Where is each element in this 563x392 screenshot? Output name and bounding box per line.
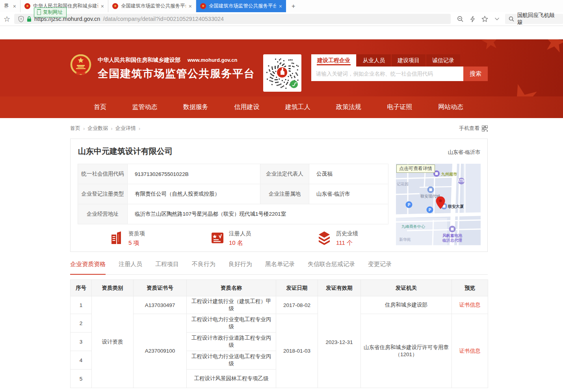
search-tab-personnel[interactable]: 从业人员 [357, 54, 391, 67]
close-icon[interactable] [101, 3, 104, 9]
field-label: 企业经营地址 [78, 204, 128, 224]
svg-text:ATM: ATM [457, 179, 466, 183]
main-nav: 首页 监管动态 数据服务 信用建设 建筑工人 政策法规 电子证照 网站动态 [0, 96, 563, 118]
browser-tab-bar: 界 ★ 中华人民共和国住房和城乡建设 ★ 全国建筑市场监管公共服务平台 ★ 全国… [0, 0, 563, 12]
lock-icon[interactable] [27, 16, 32, 22]
favorites-star-icon[interactable] [481, 16, 488, 22]
chevron-right-icon [139, 126, 140, 131]
stat-value: 5 项 [128, 239, 145, 247]
close-icon[interactable] [279, 3, 282, 9]
nav-item-data-service[interactable]: 数据服务 [183, 103, 208, 111]
field-value: 有限责任公司（自然人投资或控股） [128, 184, 260, 204]
qualification-category-cell: 设计资质 [92, 296, 134, 388]
search-tab-enterprise[interactable]: 建设工程企业 [311, 54, 356, 67]
shield-icon[interactable] [18, 16, 24, 22]
nav-item-certificates[interactable]: 电子证照 [387, 103, 412, 111]
nav-item-workers[interactable]: 建筑工人 [285, 103, 310, 111]
tab-qualifications[interactable]: 企业资质资格 [70, 261, 106, 275]
field-value: 临沂市兰山区陶然路107号星河晶都（联安）现代城1号楼2201室 [128, 204, 388, 224]
search-button[interactable]: 搜索 [463, 67, 488, 81]
browser-tab-partial[interactable]: 界 [0, 0, 20, 12]
nav-item-policy[interactable]: 政策法规 [336, 103, 361, 111]
svg-text:联安大厦: 联安大厦 [448, 204, 464, 209]
detail-tabs: 企业资质资格 注册人员 工程项目 不良行为 良好行为 黑名单记录 失信联合惩戒记… [70, 261, 488, 275]
tab-projects[interactable]: 工程项目 [155, 261, 179, 274]
stat-historical-performance[interactable]: 历史业绩 111 个 [317, 230, 358, 247]
new-tab-button[interactable] [286, 0, 301, 12]
svg-text:新华苑: 新华苑 [399, 237, 411, 242]
field-value: 山东省-临沂市 [309, 184, 388, 204]
stat-value: 111 个 [336, 239, 358, 247]
zoom-out-icon[interactable] [457, 16, 464, 22]
tab-good-behavior[interactable]: 良好行为 [229, 261, 252, 274]
stat-value: 10 名 [229, 239, 251, 247]
certificate-info-link[interactable]: 证书信息 [459, 302, 481, 308]
copy-url-tooltip: 复制网址 [34, 7, 67, 17]
plus-icon [292, 3, 295, 10]
url-path: /data/company/detail?id=0021052912405330… [103, 16, 224, 22]
emblem-favicon-icon: ★ [24, 3, 30, 9]
browser-tab-jzsc-1[interactable]: ★ 全国建筑市场监管公共服务平台 [108, 0, 196, 12]
browser-quick-search[interactable]: 国航回应飞机颠簸 [505, 14, 563, 24]
close-icon[interactable] [189, 3, 192, 9]
personnel-card-icon [210, 230, 225, 245]
field-label: 企业法定代表人 [260, 164, 309, 184]
company-region: 山东省-临沂市 [448, 149, 480, 156]
search-tab-project[interactable]: 建设项目 [392, 54, 426, 67]
tab-blacklist[interactable]: 黑名单记录 [265, 261, 295, 274]
search-tab-credit[interactable]: 诚信记录 [426, 54, 460, 67]
certificate-info-link[interactable]: 证书信息 [459, 348, 481, 354]
breadcrumb-company-detail[interactable]: 企业详情 [115, 125, 136, 132]
nav-item-site-news[interactable]: 网站动态 [438, 103, 463, 111]
nav-item-home[interactable]: 首页 [94, 103, 106, 111]
company-location-map[interactable]: 点击可查看详情 [396, 164, 481, 245]
nav-item-supervision[interactable]: 监管动态 [132, 103, 157, 111]
breadcrumb-company-data[interactable]: 企业数据 [87, 125, 108, 132]
browser-tab-jzsc-active[interactable]: ★ 全国建筑市场监管公共服务平台 [196, 0, 286, 12]
keyword-search-input[interactable] [311, 67, 463, 81]
stat-registered-personnel[interactable]: 注册人员 10 名 [210, 230, 251, 247]
lightning-icon[interactable] [470, 16, 475, 22]
browser-url-bar: ☆ https://jzsc.mohurd.gov.cn/data/compan… [0, 12, 563, 26]
national-emblem-icon [70, 54, 91, 76]
svg-text:P: P [408, 203, 411, 207]
emblem-favicon-icon: ★ [200, 3, 206, 9]
field-value: 91371302675501022B [128, 164, 260, 184]
mobile-view-button[interactable]: 手机查看 [459, 125, 488, 132]
breadcrumb-home[interactable]: 首页 [70, 125, 80, 132]
tab-change-records[interactable]: 变更记录 [368, 261, 392, 274]
qualification-building-icon [110, 230, 124, 245]
close-icon[interactable] [13, 3, 16, 9]
svg-text:风帆蓄电池: 风帆蓄电池 [442, 233, 463, 238]
stat-qualifications[interactable]: 资质项 5 项 [110, 230, 145, 247]
company-summary-card: 山东中元建筑设计有限公司 山东省-临沂市 统一社会信用代码 9137130267… [70, 139, 488, 252]
url-field[interactable]: https://jzsc.mohurd.gov.cn/data/company/… [14, 14, 451, 24]
field-label: 企业注册属地 [260, 184, 309, 204]
field-value: 公茂福 [309, 164, 388, 184]
tab-registered-personnel[interactable]: 注册人员 [119, 261, 142, 274]
stat-label: 资质项 [128, 230, 145, 237]
svg-text:记花园: 记花园 [397, 182, 409, 186]
chevron-down-icon[interactable] [494, 17, 500, 20]
star-decoration-icon: ★ [540, 39, 563, 60]
nav-item-credit[interactable]: 信用建设 [234, 103, 259, 111]
table-header-row: 序号 资质类别 资质证书号 资质名称 发证日期 发证有效期 发证机关 预览 [71, 280, 488, 296]
tab-dishonesty-records[interactable]: 失信联合惩戒记录 [308, 261, 355, 274]
header-qr-code [263, 54, 301, 92]
svg-text:临沂总代理: 临沂总代理 [442, 238, 462, 242]
performance-layers-icon [317, 230, 332, 245]
field-label: 企业登记注册类型 [78, 184, 128, 204]
tab-bad-behavior[interactable]: 不良行为 [192, 261, 216, 274]
header-search-panel: 建设工程企业 从业人员 建设项目 诚信记录 搜索 [311, 54, 488, 81]
site-header: ★ ★ ★ 中华人民共和国住房和城乡建设部 www.mohurd.gov.cn … [0, 39, 563, 96]
valid-until-cell: 2023-12-31 [318, 296, 361, 388]
page-root: { "browser": { "tab_partial": "界", "tabs… [0, 0, 563, 392]
search-category-tabs: 建设工程企业 从业人员 建设项目 诚信记录 [311, 54, 488, 67]
page-content: 首页 企业数据 企业详情 手机查看 山东中元建筑设计有限公司 山东省-临沂市 统… [70, 118, 488, 388]
qr-code-icon [482, 126, 488, 131]
browser-toolbar-icons [457, 16, 500, 22]
table-row: 1 设计资质 A137030497 工程设计建筑行业（建筑工程）甲级 2017-… [71, 296, 488, 314]
copy-icon [37, 10, 41, 15]
search-icon [509, 16, 514, 22]
bookmark-star-icon[interactable]: ☆ [4, 15, 10, 24]
